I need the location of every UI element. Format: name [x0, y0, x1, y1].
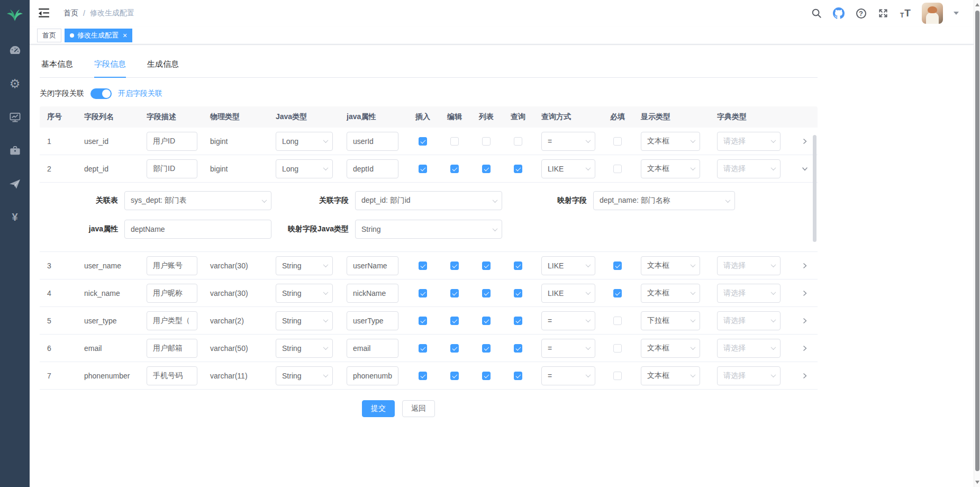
- java-attr-input[interactable]: [347, 311, 398, 330]
- edit-checkbox[interactable]: [450, 137, 459, 146]
- edit-checkbox[interactable]: [450, 261, 459, 270]
- java-type-select[interactable]: String: [276, 256, 333, 275]
- insert-checkbox[interactable]: [419, 289, 427, 297]
- user-avatar[interactable]: [922, 3, 943, 24]
- tag-modify-gen-config[interactable]: 修改生成配置 ×: [65, 29, 132, 42]
- tab-basic-info[interactable]: 基本信息: [41, 54, 73, 78]
- query-mode-select[interactable]: =: [541, 339, 595, 358]
- expand-row-button[interactable]: [801, 290, 809, 297]
- scrollbar-up-arrow[interactable]: [975, 3, 980, 6]
- submit-button[interactable]: 提交: [362, 400, 395, 417]
- query-checkbox[interactable]: [514, 344, 522, 353]
- java-attr-input[interactable]: [347, 284, 398, 303]
- required-checkbox[interactable]: [613, 372, 622, 380]
- relation-field-select[interactable]: dept_id: 部门id: [355, 191, 502, 210]
- help-button[interactable]: [855, 7, 867, 19]
- tab-gen-info[interactable]: 生成信息: [147, 54, 179, 78]
- required-checkbox[interactable]: [613, 317, 622, 325]
- dict-type-select[interactable]: 请选择: [717, 159, 781, 178]
- app-logo[interactable]: [0, 0, 30, 30]
- user-menu-caret-icon[interactable]: [954, 12, 959, 15]
- query-checkbox[interactable]: [514, 137, 522, 146]
- sidebar-item-job[interactable]: [0, 143, 30, 157]
- java-attr-input[interactable]: [347, 256, 398, 275]
- query-mode-select[interactable]: =: [541, 311, 595, 330]
- edit-checkbox[interactable]: [450, 165, 459, 173]
- query-mode-select[interactable]: LIKE: [541, 256, 595, 275]
- edit-checkbox[interactable]: [450, 289, 459, 297]
- field-desc-input[interactable]: [147, 311, 197, 330]
- sidebar-item-dashboard[interactable]: [0, 43, 30, 57]
- field-desc-input[interactable]: [147, 159, 197, 178]
- query-checkbox[interactable]: [514, 372, 522, 380]
- java-type-select[interactable]: String: [276, 339, 333, 358]
- required-checkbox[interactable]: [613, 165, 622, 173]
- list-checkbox[interactable]: [482, 137, 491, 146]
- window-scrollbar[interactable]: [974, 0, 980, 487]
- display-type-select[interactable]: 文本框: [641, 159, 700, 178]
- relation-table-select[interactable]: sys_dept: 部门表: [124, 191, 271, 210]
- expand-row-button[interactable]: [801, 262, 809, 269]
- query-mode-select[interactable]: =: [541, 366, 595, 385]
- back-button[interactable]: 返回: [402, 400, 435, 417]
- mapping-java-type-select[interactable]: String: [355, 220, 502, 239]
- required-checkbox[interactable]: [613, 137, 622, 146]
- required-checkbox[interactable]: [613, 261, 622, 270]
- dict-type-select[interactable]: 请选择: [717, 256, 781, 275]
- insert-checkbox[interactable]: [419, 317, 427, 325]
- edit-checkbox[interactable]: [450, 344, 459, 353]
- field-desc-input[interactable]: [147, 132, 197, 151]
- github-link[interactable]: [833, 7, 845, 19]
- sidebar-item-deploy[interactable]: [0, 177, 30, 191]
- query-checkbox[interactable]: [514, 317, 522, 325]
- scrollbar-thumb[interactable]: [975, 11, 979, 471]
- display-type-select[interactable]: 文本框: [641, 284, 700, 303]
- insert-checkbox[interactable]: [419, 261, 427, 270]
- java-attr-input[interactable]: [347, 366, 398, 385]
- display-type-select[interactable]: 文本框: [641, 339, 700, 358]
- close-tag-icon[interactable]: ×: [123, 32, 127, 39]
- insert-checkbox[interactable]: [419, 137, 427, 146]
- display-type-select[interactable]: 文本框: [641, 366, 700, 385]
- sidebar-item-monitor[interactable]: [0, 110, 30, 124]
- table-scrollbar-thumb[interactable]: [813, 135, 816, 242]
- insert-checkbox[interactable]: [419, 165, 427, 173]
- breadcrumb-home[interactable]: 首页: [63, 8, 78, 18]
- sidebar-item-system[interactable]: ⚙: [0, 77, 30, 91]
- query-mode-select[interactable]: LIKE: [541, 284, 595, 303]
- list-checkbox[interactable]: [482, 261, 491, 270]
- dict-type-select[interactable]: 请选择: [717, 311, 781, 330]
- required-checkbox[interactable]: [613, 344, 622, 353]
- java-attr-input[interactable]: [347, 339, 398, 358]
- tab-field-info[interactable]: 字段信息: [94, 54, 126, 78]
- java-attr-input[interactable]: [347, 159, 398, 178]
- field-desc-input[interactable]: [147, 284, 197, 303]
- expand-row-button[interactable]: [801, 165, 809, 173]
- mapping-field-select[interactable]: dept_name: 部门名称: [593, 191, 735, 210]
- java-type-select[interactable]: Long: [276, 132, 333, 151]
- required-checkbox[interactable]: [613, 289, 622, 297]
- expand-row-button[interactable]: [801, 345, 809, 352]
- fullscreen-button[interactable]: [877, 7, 889, 19]
- java-attr-input[interactable]: [347, 132, 398, 151]
- list-checkbox[interactable]: [482, 344, 491, 353]
- expand-row-button[interactable]: [801, 372, 809, 380]
- dict-type-select[interactable]: 请选择: [717, 132, 781, 151]
- java-type-select[interactable]: Long: [276, 159, 333, 178]
- sidebar-item-finance[interactable]: ¥: [0, 210, 30, 224]
- dict-type-select[interactable]: 请选择: [717, 284, 781, 303]
- expand-row-button[interactable]: [801, 317, 809, 324]
- query-checkbox[interactable]: [514, 261, 522, 270]
- list-checkbox[interactable]: [482, 289, 491, 297]
- mapping-java-attr-input[interactable]: [124, 220, 271, 239]
- java-type-select[interactable]: String: [276, 311, 333, 330]
- edit-checkbox[interactable]: [450, 317, 459, 325]
- field-relation-switch[interactable]: [90, 88, 112, 99]
- expand-row-button[interactable]: [801, 138, 809, 145]
- sidebar-collapse-button[interactable]: [38, 8, 50, 19]
- query-checkbox[interactable]: [514, 289, 522, 297]
- scrollbar-down-arrow[interactable]: [975, 481, 980, 484]
- insert-checkbox[interactable]: [419, 372, 427, 380]
- insert-checkbox[interactable]: [419, 344, 427, 353]
- java-type-select[interactable]: String: [276, 366, 333, 385]
